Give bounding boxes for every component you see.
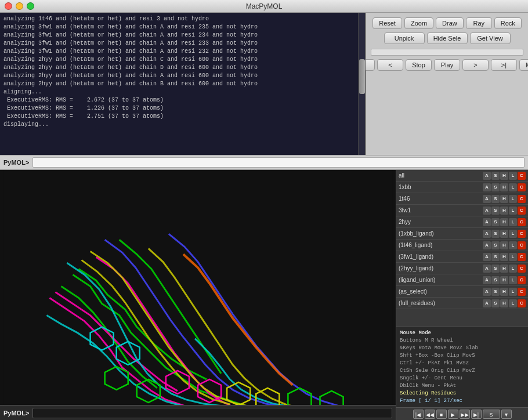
object-row[interactable]: (3fw1_ligand)ASHLC	[396, 251, 528, 263]
get-view-button[interactable]: Get View	[470, 32, 511, 44]
object-row[interactable]: 1xbbASHLC	[396, 182, 528, 193]
obj-btn-a[interactable]: A	[483, 276, 491, 284]
obj-btn-s[interactable]: S	[491, 265, 500, 273]
object-row[interactable]: (1xbb_ligand)ASHLC	[396, 228, 528, 240]
obj-btn-c[interactable]: C	[518, 195, 526, 203]
hide-sele-button[interactable]: Hide Sele	[427, 32, 468, 44]
obj-btn-s[interactable]: S	[491, 172, 500, 180]
obj-btn-h[interactable]: H	[500, 299, 508, 307]
play-rew-btn[interactable]: ◀◀	[425, 410, 435, 419]
obj-btn-c[interactable]: C	[518, 172, 526, 180]
play-fwd-btn[interactable]: ▶	[448, 410, 458, 419]
stop-button[interactable]: Stop	[406, 59, 432, 71]
obj-btn-h[interactable]: H	[500, 183, 508, 191]
obj-btn-l[interactable]: L	[509, 207, 517, 215]
obj-btn-a[interactable]: A	[483, 265, 491, 273]
obj-btn-l[interactable]: L	[509, 241, 517, 249]
obj-btn-l[interactable]: L	[509, 299, 517, 307]
command-input-top[interactable]	[32, 157, 525, 168]
draw-button[interactable]: Draw	[436, 17, 464, 29]
obj-btn-h[interactable]: H	[500, 207, 508, 215]
play-extra1-btn[interactable]: S	[483, 410, 500, 419]
obj-btn-c[interactable]: C	[518, 218, 526, 226]
obj-btn-s[interactable]: S	[491, 299, 500, 307]
obj-btn-l[interactable]: L	[509, 172, 517, 180]
obj-btn-a[interactable]: A	[483, 207, 491, 215]
obj-btn-c[interactable]: C	[518, 241, 526, 249]
obj-btn-l[interactable]: L	[509, 195, 517, 203]
obj-btn-h[interactable]: H	[500, 241, 508, 249]
reset-button[interactable]: Reset	[373, 17, 402, 29]
object-row[interactable]: (1t46_ligand)ASHLC	[396, 240, 528, 251]
obj-btn-a[interactable]: A	[483, 241, 491, 249]
obj-btn-a[interactable]: A	[483, 230, 491, 238]
nav-end-button[interactable]: >|	[491, 59, 517, 71]
rock-button[interactable]: Rock	[494, 17, 522, 29]
zoom-button[interactable]: Zoom	[404, 17, 433, 29]
obj-btn-l[interactable]: L	[509, 253, 517, 261]
close-button[interactable]	[5, 2, 12, 10]
obj-btn-s[interactable]: S	[491, 183, 500, 191]
obj-btn-l[interactable]: L	[509, 218, 517, 226]
play-button[interactable]: Play	[434, 59, 460, 71]
obj-btn-s[interactable]: S	[491, 207, 500, 215]
obj-btn-h[interactable]: H	[500, 172, 508, 180]
obj-btn-l[interactable]: L	[509, 230, 517, 238]
viewport[interactable]: PyMOL>	[0, 170, 396, 420]
object-row[interactable]: (ligand_union)ASHLC	[396, 274, 528, 286]
obj-btn-c[interactable]: C	[518, 183, 526, 191]
obj-btn-c[interactable]: C	[518, 265, 526, 273]
console-scrollbar[interactable]	[358, 13, 365, 155]
mclear-button[interactable]: MClear	[519, 59, 528, 71]
obj-btn-h[interactable]: H	[500, 230, 508, 238]
obj-btn-l[interactable]: L	[509, 288, 517, 296]
obj-btn-h[interactable]: H	[500, 195, 508, 203]
obj-btn-c[interactable]: C	[518, 288, 526, 296]
obj-btn-s[interactable]: S	[491, 218, 500, 226]
obj-btn-a[interactable]: A	[483, 183, 491, 191]
obj-btn-s[interactable]: S	[491, 195, 500, 203]
obj-btn-s[interactable]: S	[491, 253, 500, 261]
obj-btn-l[interactable]: L	[509, 265, 517, 273]
obj-btn-a[interactable]: A	[483, 299, 491, 307]
obj-btn-s[interactable]: S	[491, 288, 500, 296]
obj-btn-l[interactable]: L	[509, 183, 517, 191]
obj-btn-c[interactable]: C	[518, 253, 526, 261]
obj-btn-h[interactable]: H	[500, 265, 508, 273]
obj-btn-h[interactable]: H	[500, 276, 508, 284]
obj-btn-a[interactable]: A	[483, 253, 491, 261]
object-row[interactable]: (2hyy_ligand)ASHLC	[396, 263, 528, 274]
nav-prev-button[interactable]: <	[377, 59, 403, 71]
window-controls[interactable]	[5, 2, 34, 10]
play-stop-btn[interactable]: ■	[436, 410, 447, 419]
obj-btn-s[interactable]: S	[491, 241, 500, 249]
object-row[interactable]: 3fw1ASHLC	[396, 205, 528, 216]
object-row[interactable]: 1t46ASHLC	[396, 193, 528, 205]
play-ff-btn[interactable]: ▶▶	[460, 410, 470, 419]
object-row[interactable]: (full_residues)ASHLC	[396, 298, 528, 309]
maximize-button[interactable]	[27, 2, 34, 10]
obj-btn-h[interactable]: H	[500, 288, 508, 296]
obj-btn-s[interactable]: S	[491, 276, 500, 284]
obj-btn-a[interactable]: A	[483, 195, 491, 203]
minimize-button[interactable]	[16, 2, 23, 10]
ray-button[interactable]: Ray	[466, 17, 492, 29]
nav-next-button[interactable]: >	[462, 59, 489, 71]
scrollbar-thumb[interactable]	[359, 59, 365, 94]
obj-btn-l[interactable]: L	[509, 276, 517, 284]
obj-btn-a[interactable]: A	[483, 288, 491, 296]
obj-btn-h[interactable]: H	[500, 218, 508, 226]
obj-btn-h[interactable]: H	[500, 253, 508, 261]
obj-btn-s[interactable]: S	[491, 230, 500, 238]
object-row[interactable]: 2hyyASHLC	[396, 216, 528, 228]
obj-btn-c[interactable]: C	[518, 230, 526, 238]
unpick-button[interactable]: Unpick	[384, 32, 425, 44]
obj-btn-a[interactable]: A	[483, 172, 491, 180]
command-input-bottom[interactable]	[32, 408, 392, 418]
play-extra2-btn[interactable]: ▼	[501, 410, 512, 419]
play-start-btn[interactable]: |◀	[413, 410, 424, 419]
object-row[interactable]: (as_select)ASHLC	[396, 286, 528, 298]
obj-btn-c[interactable]: C	[518, 207, 526, 215]
play-end-btn[interactable]: ▶|	[471, 410, 482, 419]
obj-btn-c[interactable]: C	[518, 299, 526, 307]
